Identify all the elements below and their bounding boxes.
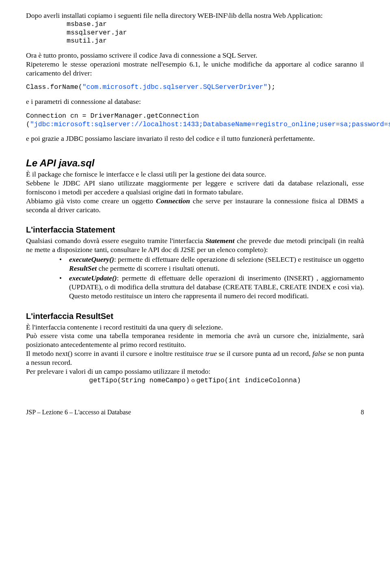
code-class-forname: Class.forName("com.microsoft.jdbc.sqlser… [26,83,364,92]
footer-page-number: 8 [361,408,364,416]
code-fragment: Class.forName( [26,83,82,91]
list-item: executeUpdate(): permette di effettuare … [61,274,364,301]
body-paragraph: Per prelevare i valori di un campo possi… [26,367,364,376]
method-name: executeUpdate() [69,274,117,282]
text-fragment: o [190,376,197,384]
document-page: Dopo averli installati copiamo i seguent… [0,0,390,437]
method-signature-line: getTipo(String nomeCampo) o getTipo(int … [26,376,364,385]
body-paragraph: Il metodo next() scorre in avanti il cur… [26,349,364,367]
term-statement: Statement [205,237,234,245]
body-paragraph: e poi grazie a JDBC possiamo lasciare in… [26,134,364,143]
body-paragraph: Abbiamo già visto come creare un oggetto… [26,197,364,215]
body-paragraph: Ripeteremo le stesse operazioni mostrate… [26,60,364,78]
body-paragraph: Può essere vista come una tabella tempor… [26,332,364,349]
page-footer: JSP – Lezione 6 – L'accesso ai Database … [26,408,364,416]
body-paragraph: Sebbene le JDBC API siano utilizzate mag… [26,179,364,197]
list-item: executeQuery(): permette di effettuare d… [61,255,364,273]
body-paragraph: e i parametri di connessione al database… [26,97,364,106]
code-fragment: ); [267,83,275,91]
code-connection: Connection cn = DriverManager.getConnect… [26,112,364,129]
body-paragraph: Qualsiasi comando dovrà essere eseguito … [26,237,364,254]
method-signature: getTipo(String nomeCampo) [89,377,190,384]
footer-left: JSP – Lezione 6 – L'accesso ai Database [26,408,336,416]
term-true: true [205,349,217,358]
text-fragment: Il metodo next() scorre in avanti il cur… [26,349,205,358]
body-paragraph: È l'interfaccia contenente i record rest… [26,323,364,332]
heading-resultset: L'interfaccia ResultSet [26,311,364,321]
term-resultset: ResultSet [69,264,97,272]
method-signature: getTipo(int indiceColonna) [196,377,301,384]
body-paragraph: È il package che fornisce le interfacce … [26,170,364,179]
heading-statement: L'interfaccia Statement [26,225,364,235]
method-name: executeQuery() [69,255,114,263]
jar-list: msbase.jar mssqlserver.jar msutil.jar [67,20,364,45]
statement-methods-list: executeQuery(): permette di effettuare d… [26,255,364,300]
body-paragraph: Ora è tutto pronto, possiamo scrivere il… [26,51,364,60]
heading-api-java-sql: Le API java.sql [26,157,364,169]
code-string: "com.microsoft.jdbc.sqlserver.SQLServerD… [82,83,267,91]
text-fragment: che permette di scorrere i risultati ott… [97,264,219,272]
text-fragment: Qualsiasi comando dovrà essere eseguito … [26,237,205,245]
text-fragment: : permette di effettuare delle operazion… [114,255,364,263]
text-fragment: Abbiamo già visto come creare un oggetto [26,197,156,205]
code-fragment: ( [26,121,30,128]
jar-item: mssqlserver.jar [67,29,364,37]
jar-item: msutil.jar [67,37,364,45]
code-fragment: Connection cn = DriverManager.getConnect… [26,112,199,120]
intro-paragraph: Dopo averli installati copiamo i seguent… [26,11,364,20]
jar-item: msbase.jar [67,20,364,29]
code-string: "jdbc:microsoft:sqlserver://localhost:14… [30,121,390,128]
term-false: false [312,349,326,358]
text-fragment: se il cursore punta ad un record, [217,349,312,358]
term-connection: Connection [156,197,190,205]
